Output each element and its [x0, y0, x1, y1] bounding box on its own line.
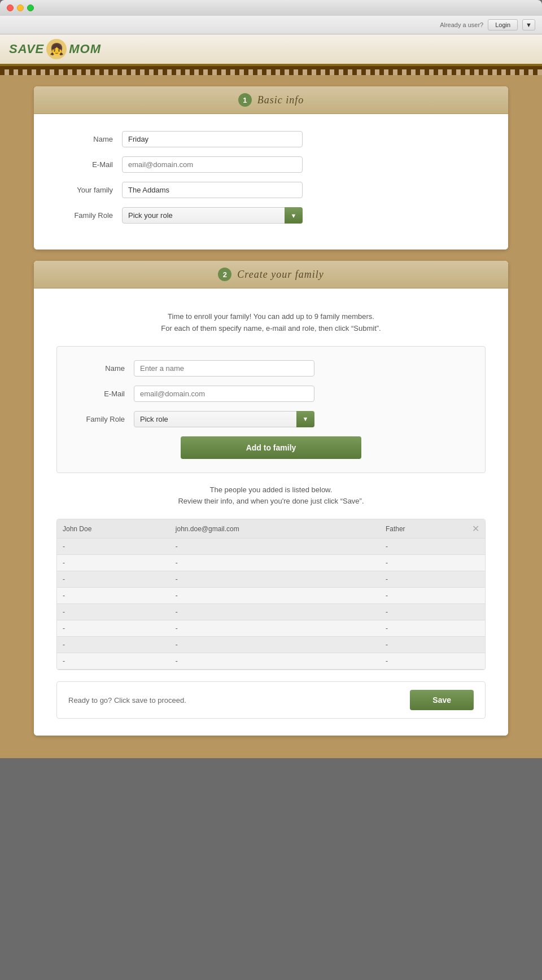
login-button[interactable]: Login — [488, 19, 518, 30]
family-role-select[interactable]: Pick role Father Mother Son Daughter — [134, 411, 314, 427]
page-wrapper: SAVE 👧 MOM 1 Basic info Name E-Mail — [0, 34, 542, 758]
email-label: E-Mail — [56, 160, 113, 169]
add-to-family-button[interactable]: Add to family — [181, 436, 361, 459]
role-select-wrapper: Pick your role Father Mother Son Daughte… — [122, 207, 303, 224]
section1-header: 1 Basic info — [34, 86, 508, 114]
family-name-label: Name — [68, 364, 125, 373]
table-row: --- — [57, 653, 485, 670]
table-cell-delete — [466, 555, 485, 571]
table-cell-email: - — [170, 588, 380, 604]
table-cell-role: - — [380, 604, 466, 620]
table-row: John Doejohn.doe@gmail.comFather✕ — [57, 519, 485, 539]
name-label: Name — [56, 135, 113, 143]
ready-text: Ready to go? Click save to proceed. — [68, 696, 186, 705]
save-button[interactable]: Save — [410, 690, 474, 710]
inner-form-card: Name E-Mail Family Role Pick role — [56, 346, 486, 473]
site-header: SAVE 👧 MOM — [0, 34, 542, 66]
section1-title: Basic info — [257, 94, 304, 106]
table-cell-name: - — [57, 588, 170, 604]
email-row: E-Mail — [56, 156, 486, 173]
content-area: 1 Basic info Name E-Mail Your family — [0, 75, 542, 758]
family-name-input[interactable] — [134, 360, 314, 377]
section2-title: Create your family — [237, 269, 324, 281]
name-row: Name — [56, 131, 486, 147]
section1-card: 1 Basic info Name E-Mail Your family — [34, 86, 508, 250]
table-cell-name: - — [57, 555, 170, 571]
table-cell-role: - — [380, 555, 466, 571]
logo-left: SAVE — [9, 42, 44, 56]
minimize-button[interactable] — [17, 5, 24, 11]
table-cell-delete — [466, 571, 485, 588]
table-cell-role: Father — [380, 519, 466, 539]
table-row: --- — [57, 620, 485, 637]
section1-number: 1 — [238, 93, 252, 107]
table-cell-delete — [466, 604, 485, 620]
table-cell-email: john.doe@gmail.com — [170, 519, 380, 539]
logo-icon: 👧 — [46, 39, 67, 59]
section2-number: 2 — [218, 268, 231, 281]
table-cell-role: - — [380, 588, 466, 604]
family-input[interactable] — [122, 182, 303, 198]
table-cell-name: - — [57, 620, 170, 637]
table-cell-email: - — [170, 555, 380, 571]
family-role-select-wrapper: Pick role Father Mother Son Daughter ▼ — [134, 411, 314, 427]
table-cell-name: - — [57, 653, 170, 670]
table-row: --- — [57, 604, 485, 620]
table-cell-delete — [466, 653, 485, 670]
table-cell-role: - — [380, 571, 466, 588]
role-select[interactable]: Pick your role Father Mother Son Daughte… — [122, 207, 303, 224]
family-table: John Doejohn.doe@gmail.comFather✕-------… — [57, 519, 485, 670]
family-label: Your family — [56, 186, 113, 194]
table-row: --- — [57, 588, 485, 604]
table-row: --- — [57, 637, 485, 653]
table-cell-role: - — [380, 653, 466, 670]
family-row: Your family — [56, 182, 486, 198]
table-cell-email: - — [170, 620, 380, 637]
section2-header: 2 Create your family — [34, 261, 508, 288]
login-dropdown-button[interactable]: ▼ — [522, 19, 535, 30]
family-email-input[interactable] — [134, 386, 314, 402]
table-row: --- — [57, 539, 485, 555]
family-email-label: E-Mail — [68, 390, 125, 398]
table-row: --- — [57, 555, 485, 571]
name-input[interactable] — [122, 131, 303, 147]
table-description: The people you added is listed below. Re… — [56, 484, 486, 508]
family-role-row: Family Role Pick role Father Mother Son … — [68, 411, 474, 427]
table-cell-email: - — [170, 604, 380, 620]
table-cell-delete — [466, 539, 485, 555]
table-cell-email: - — [170, 653, 380, 670]
family-email-row: E-Mail — [68, 386, 474, 402]
section2-description: Time to enroll your family! You can add … — [56, 311, 486, 335]
zigzag-border — [0, 66, 542, 75]
maximize-button[interactable] — [27, 5, 34, 11]
delete-row-button[interactable]: ✕ — [472, 524, 479, 533]
email-input[interactable] — [122, 156, 303, 173]
close-button[interactable] — [7, 5, 14, 11]
table-cell-email: - — [170, 637, 380, 653]
window-chrome — [0, 0, 542, 16]
section2-card: 2 Create your family Time to enroll your… — [34, 261, 508, 736]
role-row: Family Role Pick your role Father Mother… — [56, 207, 486, 224]
already-user-text: Already a user? — [440, 21, 483, 28]
table-cell-role: - — [380, 539, 466, 555]
table-cell-name: - — [57, 637, 170, 653]
family-role-label: Family Role — [68, 415, 125, 423]
table-cell-delete — [466, 637, 485, 653]
table-cell-name: John Doe — [57, 519, 170, 539]
section1-body: Name E-Mail Your family Family Role — [34, 114, 508, 250]
table-cell-role: - — [380, 637, 466, 653]
family-table-wrapper: John Doejohn.doe@gmail.comFather✕-------… — [56, 519, 486, 670]
role-label: Family Role — [56, 211, 113, 220]
table-cell-name: - — [57, 539, 170, 555]
section2-body: Time to enroll your family! You can add … — [34, 288, 508, 736]
browser-bar: Already a user? Login ▼ — [0, 16, 542, 34]
save-row-card: Ready to go? Click save to proceed. Save — [56, 681, 486, 719]
table-row: --- — [57, 571, 485, 588]
table-cell-delete — [466, 588, 485, 604]
logo-right: MOM — [69, 42, 101, 56]
table-cell-delete — [466, 620, 485, 637]
table-cell-delete[interactable]: ✕ — [466, 519, 485, 539]
table-cell-email: - — [170, 539, 380, 555]
table-cell-name: - — [57, 604, 170, 620]
family-name-row: Name — [68, 360, 474, 377]
